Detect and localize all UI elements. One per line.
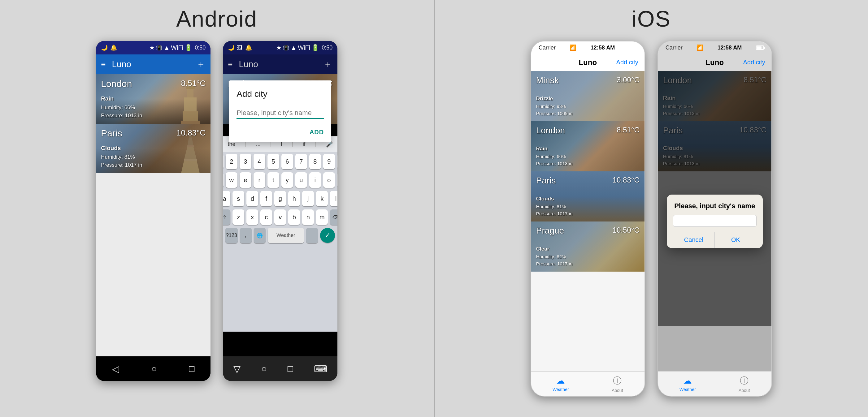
suggestion-if[interactable]: if [303, 141, 306, 148]
key-period[interactable]: . [306, 228, 318, 243]
add-button-android[interactable]: ADD [310, 129, 324, 136]
london-overlay-ios: London 8.51°C Rain Humidity: 66% Pressur… [531, 121, 645, 171]
ios-ok-btn[interactable]: OK [714, 232, 756, 248]
key-a[interactable]: a [223, 191, 230, 206]
minsk-weather: Drizzle [536, 95, 640, 103]
key-123[interactable]: ?123 [225, 228, 238, 243]
suggestion-l[interactable]: l [281, 141, 282, 148]
weather-tab-icon-ios1: ☁ [556, 376, 565, 386]
key-1[interactable]: 1 [223, 154, 223, 169]
home-icon-2[interactable]: ○ [261, 363, 267, 374]
key-d[interactable]: d [246, 191, 258, 206]
key-k[interactable]: k [316, 191, 328, 206]
key-l[interactable]: l [330, 191, 337, 206]
weather-tab-label-ios2: Weather [680, 387, 696, 392]
add-city-btn-ios-2[interactable]: Add city [741, 59, 765, 66]
key-globe[interactable]: 🌐 [254, 228, 266, 243]
key-comma[interactable]: , [240, 228, 252, 243]
key-c[interactable]: c [260, 210, 272, 225]
about-tab-icon-ios1: ⓘ [613, 375, 622, 387]
key-shift[interactable]: ⇧ [223, 210, 230, 225]
tab-about-ios2[interactable]: ⓘ About [739, 375, 750, 393]
key-b[interactable]: b [288, 210, 300, 225]
android-phone-2: 🌙 🖼 🔔 ★ 📳 ▲ WiFi 🔋 0:50 ≡ Luno ＋ [223, 41, 337, 381]
ios-city-input[interactable] [673, 215, 756, 226]
london-card-ios[interactable]: London 8.51°C Rain Humidity: 66% Pressur… [531, 121, 645, 171]
london-pressure-ios: Pressure: 1013 in [536, 160, 640, 167]
key-h[interactable]: h [288, 191, 300, 206]
key-g[interactable]: g [274, 191, 286, 206]
key-u[interactable]: u [295, 172, 307, 188]
back-icon-2[interactable]: ▽ [234, 363, 241, 374]
suggestion-sep3: | [291, 141, 293, 148]
key-o[interactable]: o [323, 172, 335, 188]
menu-icon-2[interactable]: ≡ [228, 60, 232, 69]
key-space[interactable]: Weather [268, 228, 304, 243]
add-city-btn-ios-1[interactable]: Add city [614, 59, 638, 66]
ios-cancel-btn[interactable]: Cancel [673, 232, 715, 248]
key-x[interactable]: x [246, 210, 258, 225]
key-y[interactable]: y [281, 172, 293, 188]
recents-icon[interactable]: □ [189, 363, 194, 374]
moon-icon: 🌙 [101, 44, 108, 51]
home-icon[interactable]: ○ [151, 363, 157, 374]
paris-name-ios: Paris [536, 176, 556, 186]
key-4[interactable]: 4 [253, 154, 265, 169]
key-5[interactable]: 5 [268, 154, 279, 169]
recents-icon-2[interactable]: □ [287, 363, 293, 374]
android-status-bar-1: 🌙 🔔 ★ 📳 ▲ WiFi 🔋 0:50 [96, 41, 211, 55]
key-p[interactable]: p [337, 172, 338, 188]
tab-weather-ios2[interactable]: ☁ Weather [680, 376, 696, 392]
key-v[interactable]: v [274, 210, 286, 225]
key-8[interactable]: 8 [309, 154, 321, 169]
key-q[interactable]: q [223, 172, 223, 188]
ios-dialog-input-wrap[interactable] [673, 215, 756, 227]
menu-icon-1[interactable]: ≡ [101, 60, 105, 69]
add-icon-2[interactable]: ＋ [323, 58, 333, 71]
add-icon-1[interactable]: ＋ [196, 58, 206, 71]
key-9[interactable]: 9 [323, 154, 335, 169]
suggestion-the[interactable]: the [228, 141, 236, 148]
key-s[interactable]: s [232, 191, 244, 206]
key-i[interactable]: i [309, 172, 321, 188]
key-2[interactable]: 2 [226, 154, 238, 169]
paris-card-android[interactable]: Paris 10.83°C Clouds Humidity: 81% Press… [96, 124, 211, 173]
key-f[interactable]: f [260, 191, 272, 206]
key-n[interactable]: n [302, 210, 314, 225]
android-toolbar-2: ≡ Luno ＋ [223, 55, 337, 74]
key-r[interactable]: r [253, 172, 265, 188]
key-7[interactable]: 7 [295, 154, 307, 169]
minsk-card-ios[interactable]: Minsk 3.00°C Drizzle Humidity: 93% Press… [531, 71, 645, 121]
prague-card-ios[interactable]: Prague 10.50°C Clear Humidity: 62% Press… [531, 222, 645, 271]
key-3[interactable]: 3 [240, 154, 251, 169]
paris-card-ios[interactable]: Paris 10.83°C Clouds Humidity: 81% Press… [531, 171, 645, 222]
signal-icon-2: ▲ [290, 44, 297, 51]
key-backspace[interactable]: ⌫ [330, 210, 337, 225]
london-weather-type: Rain [101, 94, 206, 103]
tab-weather-ios1[interactable]: ☁ Weather [553, 376, 569, 392]
ios-phone-2: Carrier 📶 12:58 AM Luno Add city [657, 41, 772, 396]
london-card-android[interactable]: London 8.51°C Rain Humidity: 66% Pressur… [96, 74, 211, 124]
tab-about-ios1[interactable]: ⓘ About [612, 375, 623, 393]
city-input-android[interactable] [237, 108, 324, 119]
paris-temp-ios: 10.83°C [613, 176, 640, 184]
paris-details-ios: Clouds Humidity: 81% Pressure: 1017 in [536, 195, 640, 218]
key-0[interactable]: 0 [337, 154, 338, 169]
about-tab-icon-ios2: ⓘ [740, 375, 748, 387]
key-j[interactable]: j [302, 191, 314, 206]
key-6[interactable]: 6 [281, 154, 293, 169]
key-t[interactable]: t [268, 172, 279, 188]
key-e[interactable]: e [240, 172, 251, 188]
key-enter[interactable]: ✓ [320, 228, 335, 243]
back-icon[interactable]: ◁ [112, 363, 119, 374]
key-m[interactable]: m [316, 210, 328, 225]
ios-nav-header-2: Luno Add city [658, 54, 771, 71]
key-w[interactable]: w [226, 172, 238, 188]
weather-tab-icon-ios2: ☁ [683, 376, 692, 386]
paris-pressure-ios: Pressure: 1017 in [536, 211, 640, 218]
android-phones-row: 🌙 🔔 ★ 📳 ▲ WiFi 🔋 0:50 ≡ Luno ＋ [96, 41, 337, 381]
about-tab-label-ios2: About [739, 388, 750, 393]
keyboard-icon-2[interactable]: ⌨ [314, 363, 327, 374]
key-z[interactable]: z [232, 210, 244, 225]
about-tab-label-ios1: About [612, 388, 623, 393]
